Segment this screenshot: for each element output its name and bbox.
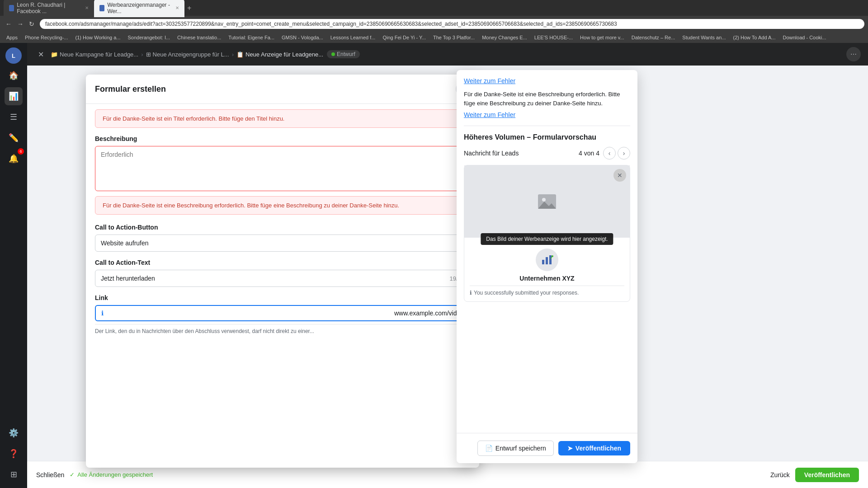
bookmark-5[interactable]: Tutorial: Eigene Fa... — [226, 34, 277, 41]
preview-success-message: ℹ You successfully submitted your respon… — [470, 290, 624, 296]
bookmark-16[interactable]: Download - Cooki... — [780, 34, 829, 41]
breadcrumb-folder-icon: 📁 — [51, 51, 58, 58]
error-text-bottom: Für die Danke-Seite ist eine Beschreibun… — [103, 202, 399, 209]
preview-body: Unternehmen XYZ ℹ You successfully submi… — [464, 238, 630, 301]
right-panel: Weiter zum Fehler Für die Danke-Seite is… — [457, 70, 637, 463]
publish-footer-button[interactable]: Veröffentlichen — [795, 468, 859, 482]
top-nav: ✕ 📁 Neue Kampagne für Leadge... › ⊞ Neue… — [27, 43, 868, 66]
forward-button[interactable]: → — [15, 19, 25, 29]
error-banner-top: Für die Danke-Seite ist ein Titel erford… — [95, 109, 470, 128]
sidebar-chart-icon[interactable]: 📊 — [5, 87, 23, 105]
preview-company-name: Unternehmen XYZ — [470, 275, 624, 282]
draft-label: Entwurf — [337, 51, 355, 57]
bookmark-13[interactable]: Datenschutz – Re... — [629, 34, 678, 41]
svg-rect-3 — [542, 260, 544, 264]
cta-text-value: Jetzt herunterladen — [101, 275, 155, 282]
sidebar-settings-icon[interactable]: ⚙️ — [5, 424, 23, 442]
notification-badge: 6 — [18, 148, 24, 155]
error-link-2[interactable]: Weiter zum Fehler — [464, 111, 630, 118]
saved-text: Alle Änderungen gespeichert — [77, 471, 153, 478]
address-bar[interactable]: facebook.com/adsmanager/manage/ads/edit?… — [40, 19, 864, 29]
tab-ads-manager[interactable]: Werbeanzeigenmanager - Wer... ✕ — [94, 0, 184, 17]
sidebar-edit-icon[interactable]: ✏️ — [5, 129, 23, 147]
beschreibung-textarea[interactable] — [95, 146, 470, 191]
rp-section-title: Höheres Volumen – Formularvorschau — [464, 133, 630, 141]
bookmark-apps[interactable]: Apps — [4, 34, 20, 41]
publish-btn-label: Veröffentlichen — [576, 445, 621, 452]
bookmark-10[interactable]: Money Changes E... — [479, 34, 530, 41]
draft-icon: 📄 — [485, 445, 493, 452]
bookmark-11[interactable]: LEE'S HOUSE-... — [532, 34, 576, 41]
new-tab-button[interactable]: + — [184, 4, 194, 12]
back-footer-button[interactable]: Zurück — [770, 471, 790, 479]
saved-indicator: ✓ Alle Änderungen gespeichert — [70, 471, 153, 478]
tab-close-facebook[interactable]: ✕ — [85, 5, 89, 10]
cta-button-value: Website aufrufen — [101, 239, 149, 247]
checkmark-icon: ✓ — [70, 471, 75, 478]
top-close-button[interactable]: ✕ — [34, 48, 47, 61]
beschreibung-label: Beschreibung — [95, 135, 470, 142]
bookmark-7[interactable]: Lessons Learned f... — [328, 34, 378, 41]
link-info-icon: ℹ — [101, 310, 104, 317]
link-hint: Der Link, den du in Nachrichten über den… — [95, 324, 470, 334]
sidebar-notification-icon[interactable]: 🔔 6 — [5, 150, 23, 168]
reload-button[interactable]: ↻ — [27, 19, 36, 29]
rp-next-button[interactable]: › — [618, 147, 630, 160]
rp-action-buttons: 📄 Entwurf speichern ➤ Veröffentlichen — [457, 433, 637, 463]
breadcrumb-sep-1: › — [141, 51, 143, 58]
error-link-1[interactable]: Weiter zum Fehler — [464, 77, 630, 84]
sidebar-menu-icon[interactable]: ☰ — [5, 108, 23, 126]
rp-prev-button[interactable]: ‹ — [603, 147, 616, 160]
back-button[interactable]: ← — [4, 19, 14, 29]
bookmark-9[interactable]: The Top 3 Platfor... — [430, 34, 477, 41]
draft-save-button[interactable]: 📄 Entwurf speichern — [477, 441, 554, 456]
link-value: www.example.com/video — [394, 310, 464, 317]
bookmark-4[interactable]: Chinese translatio... — [175, 34, 224, 41]
rp-divider — [464, 126, 630, 126]
cta-button-select[interactable]: Website aufrufen — [95, 235, 470, 252]
breadcrumb-item-campaign[interactable]: 📁 Neue Kampagne für Leadge... — [51, 51, 138, 58]
breadcrumb-item-adset[interactable]: ⊞ Neue Anzeigengruppe für L... — [146, 51, 229, 58]
user-avatar[interactable]: L — [5, 47, 22, 64]
bookmark-15[interactable]: (2) How To Add A... — [731, 34, 778, 41]
send-icon: ➤ — [567, 445, 573, 452]
cta-button-wrapper: Website aufrufen ▼ — [95, 235, 470, 252]
tab-facebook[interactable]: Leon R. Chaudhari | Facebook ... ✕ — [4, 0, 94, 17]
svg-point-1 — [542, 198, 546, 202]
bookmarks-bar: Apps Phone Recycling-... (1) How Working… — [0, 32, 868, 43]
publish-button[interactable]: ➤ Veröffentlichen — [558, 441, 630, 455]
modal-form: Formular erstellen ✕ Für die Danke-Seite… — [86, 75, 479, 468]
error-banner-bottom: Für die Danke-Seite ist eine Beschreibun… — [95, 196, 470, 215]
breadcrumb-adset-label: Neue Anzeigengruppe für L... — [153, 51, 229, 58]
sidebar-home-icon[interactable]: 🏠 — [5, 66, 23, 84]
modal-title: Formular erstellen — [95, 84, 166, 94]
cta-text-input[interactable]: Jetzt herunterladen 19/60 — [95, 270, 470, 287]
more-icon: ⋯ — [850, 51, 857, 58]
tab-close-ads[interactable]: ✕ — [175, 5, 179, 10]
link-input[interactable]: ℹ www.example.com/video — [95, 305, 470, 321]
preview-image-placeholder-icon — [536, 191, 558, 212]
beschreibung-wrapper: ⚠ — [95, 146, 470, 192]
more-options-button[interactable]: ⋯ — [846, 47, 861, 61]
bookmark-8[interactable]: Qing Fei De Yi - Y... — [380, 34, 429, 41]
bookmark-14[interactable]: Student Wants an... — [679, 34, 728, 41]
sidebar-grid-icon[interactable]: ⊞ — [5, 465, 23, 483]
bookmark-3[interactable]: Sonderangebot: I... — [125, 34, 173, 41]
preview-tooltip: Das Bild deiner Werbeanzeige wird hier a… — [481, 233, 613, 245]
breadcrumb-ad-icon: 📋 — [236, 51, 244, 58]
preview-tooltip-text: Das Bild deiner Werbeanzeige wird hier a… — [486, 236, 608, 242]
bookmark-1[interactable]: Phone Recycling-... — [22, 34, 71, 41]
preview-close-button[interactable]: ✕ — [613, 169, 626, 182]
bookmark-12[interactable]: How to get more v... — [577, 34, 627, 41]
rp-nav-label: Nachricht für Leads — [464, 150, 519, 157]
bookmark-6[interactable]: GMSN - Vologda... — [279, 34, 326, 41]
bookmark-2[interactable]: (1) How Working a... — [72, 34, 123, 41]
breadcrumb-sep-2: › — [232, 51, 234, 58]
tab-favicon-ads — [99, 5, 104, 11]
modal-body: Für die Danke-Seite ist ein Titel erford… — [86, 104, 479, 468]
breadcrumb-item-ad[interactable]: 📋 Neue Anzeige für Leadgene... — [236, 51, 323, 58]
address-text: facebook.com/adsmanager/manage/ads/edit?… — [45, 21, 617, 27]
preview-success-text: You successfully submitted your response… — [474, 290, 579, 296]
sidebar-help-icon[interactable]: ❓ — [5, 445, 23, 463]
close-bar-button[interactable]: Schließen — [36, 471, 64, 479]
